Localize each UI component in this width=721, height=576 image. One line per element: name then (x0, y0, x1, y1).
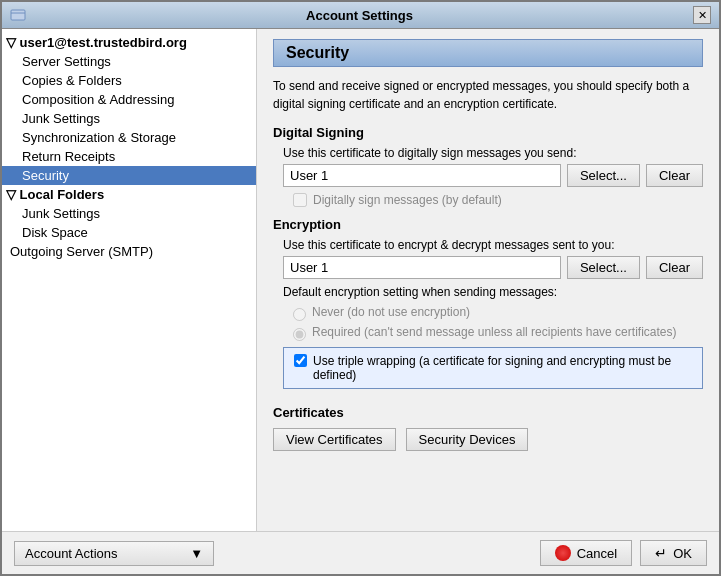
sidebar-item-security[interactable]: Security (2, 166, 256, 185)
dropdown-arrow-icon: ▼ (190, 546, 203, 561)
security-devices-button[interactable]: Security Devices (406, 428, 529, 451)
encryption-required-radio[interactable] (293, 328, 306, 341)
encryption-select-button[interactable]: Select... (567, 256, 640, 279)
triple-wrapping-label: Use triple wrapping (a certificate for s… (313, 354, 692, 382)
encryption-title: Encryption (273, 217, 703, 232)
svg-rect-0 (11, 10, 25, 20)
sidebar-item-account-root[interactable]: ▽ user1@test.trustedbird.org (2, 33, 256, 52)
section-header: Security (273, 39, 703, 67)
sidebar-item-disk-space[interactable]: Disk Space (2, 223, 256, 242)
digital-signing-title: Digital Signing (273, 125, 703, 140)
ok-icon: ↵ (655, 545, 667, 561)
main-content: Security To send and receive signed or e… (257, 29, 719, 531)
dialog-title: Account Settings (26, 8, 693, 23)
bottom-bar: Account Actions ▼ Cancel ↵ OK (2, 531, 719, 574)
sidebar: ▽ user1@test.trustedbird.orgServer Setti… (2, 29, 257, 531)
encryption-cert-label: Use this certificate to encrypt & decryp… (283, 238, 703, 252)
digital-signing-cert-input[interactable] (283, 164, 561, 187)
ok-label: OK (673, 546, 692, 561)
account-actions-button[interactable]: Account Actions ▼ (14, 541, 214, 566)
digital-signing-cert-label: Use this certificate to digitally sign m… (283, 146, 703, 160)
sidebar-item-copies-folders[interactable]: Copies & Folders (2, 71, 256, 90)
encryption-section: Encryption Use this certificate to encry… (273, 217, 703, 389)
sidebar-item-synchronization-storage[interactable]: Synchronization & Storage (2, 128, 256, 147)
ok-button[interactable]: ↵ OK (640, 540, 707, 566)
encryption-cert-row: Select... Clear (283, 256, 703, 279)
certificates-title: Certificates (273, 405, 703, 420)
sidebar-item-return-receipts[interactable]: Return Receipts (2, 147, 256, 166)
encryption-never-row: Never (do not use encryption) (283, 305, 703, 321)
description-text: To send and receive signed or encrypted … (273, 77, 703, 113)
digital-signing-checkbox-row: Digitally sign messages (by default) (283, 193, 703, 207)
account-settings-dialog: Account Settings ✕ ▽ user1@test.trustedb… (0, 0, 721, 576)
certificates-buttons-row: View Certificates Security Devices (273, 428, 703, 451)
content-area: ▽ user1@test.trustedbird.orgServer Setti… (2, 29, 719, 531)
sidebar-item-server-settings[interactable]: Server Settings (2, 52, 256, 71)
cancel-label: Cancel (577, 546, 617, 561)
triple-wrapping-checkbox[interactable] (294, 354, 307, 367)
encryption-clear-button[interactable]: Clear (646, 256, 703, 279)
certificates-section: Certificates View Certificates Security … (273, 405, 703, 451)
view-certificates-button[interactable]: View Certificates (273, 428, 396, 451)
cancel-icon (555, 545, 571, 561)
app-icon (10, 7, 26, 23)
sidebar-item-outgoing-server[interactable]: Outgoing Server (SMTP) (2, 242, 256, 261)
digital-signing-clear-button[interactable]: Clear (646, 164, 703, 187)
bottom-right-buttons: Cancel ↵ OK (540, 540, 707, 566)
sidebar-item-local-folders[interactable]: ▽ Local Folders (2, 185, 256, 204)
encryption-default-label: Default encryption setting when sending … (283, 285, 703, 299)
sidebar-item-composition-addressing[interactable]: Composition & Addressing (2, 90, 256, 109)
encryption-required-label: Required (can't send message unless all … (312, 325, 676, 339)
encryption-never-label: Never (do not use encryption) (312, 305, 470, 319)
close-button[interactable]: ✕ (693, 6, 711, 24)
digital-signing-checkbox-label: Digitally sign messages (by default) (313, 193, 502, 207)
digital-signing-cert-row: Select... Clear (283, 164, 703, 187)
sidebar-item-junk-settings-local[interactable]: Junk Settings (2, 204, 256, 223)
account-actions-label: Account Actions (25, 546, 118, 561)
encryption-required-row: Required (can't send message unless all … (283, 325, 703, 341)
encryption-cert-input[interactable] (283, 256, 561, 279)
sidebar-item-junk-settings[interactable]: Junk Settings (2, 109, 256, 128)
digital-signing-checkbox[interactable] (293, 193, 307, 207)
encryption-never-radio[interactable] (293, 308, 306, 321)
triple-wrapping-box: Use triple wrapping (a certificate for s… (283, 347, 703, 389)
title-bar: Account Settings ✕ (2, 2, 719, 29)
digital-signing-select-button[interactable]: Select... (567, 164, 640, 187)
cancel-button[interactable]: Cancel (540, 540, 632, 566)
